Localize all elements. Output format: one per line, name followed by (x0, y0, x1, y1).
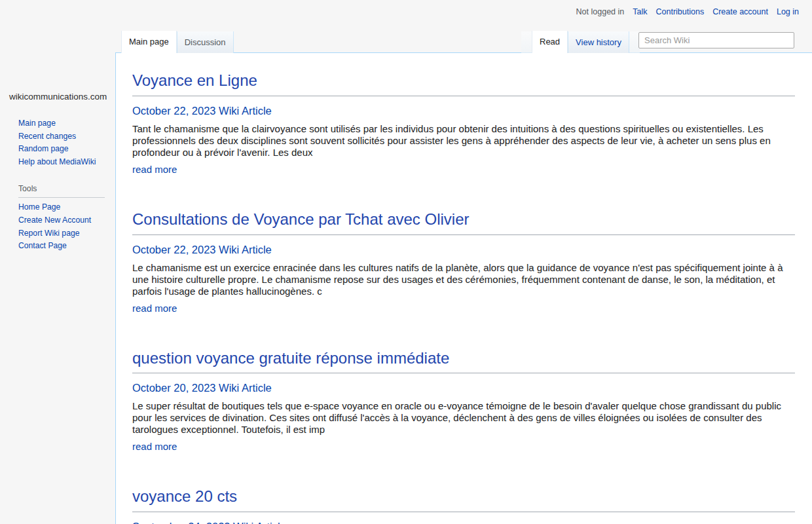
contact-page-link[interactable]: Contact Page (18, 241, 67, 250)
article-title[interactable]: voyance 20 cts (132, 487, 795, 512)
sidebar-item-contact-page[interactable]: Contact Page (18, 240, 110, 253)
talk-link[interactable]: Talk (633, 7, 647, 16)
search-input[interactable] (638, 32, 794, 48)
log-in-link[interactable]: Log in (777, 7, 799, 16)
article-title[interactable]: question voyance gratuite réponse immédi… (132, 349, 795, 374)
article-excerpt: Le chamanisme est un exercice enracinée … (132, 262, 795, 297)
sidebar-item-create-new-account[interactable]: Create New Account (18, 214, 110, 227)
recent-changes-link[interactable]: Recent changes (18, 132, 76, 141)
article-meta-link[interactable]: October 20, 2023 Wiki Article (132, 382, 272, 394)
sidebar-item-report-wiki-page[interactable]: Report Wiki page (18, 227, 110, 240)
create-account-link[interactable]: Create account (712, 7, 768, 16)
tab-view-history[interactable]: View history (568, 31, 629, 53)
tab-read[interactable]: Read (532, 31, 568, 53)
article: Consultations de Voyance par Tchat avec … (132, 210, 795, 314)
create-new-account-link[interactable]: Create New Account (18, 215, 91, 225)
main-page-link[interactable]: Main page (18, 119, 56, 128)
read-more-link[interactable]: read more (132, 164, 177, 175)
contributions-link[interactable]: Contributions (656, 7, 705, 16)
article-title[interactable]: Voyance en Ligne (132, 71, 795, 96)
content-area: Voyance en Ligne October 22, 2023 Wiki A… (115, 52, 812, 524)
search-container (638, 32, 794, 48)
sidebar: wikicommunications.com Main page Recent … (0, 52, 115, 253)
tab-main-page[interactable]: Main page (121, 31, 177, 53)
login-status-text: Not logged in (576, 7, 625, 16)
article-title[interactable]: Consultations de Voyance par Tchat avec … (132, 210, 795, 235)
article-meta-link[interactable]: October 22, 2023 Wiki Article (132, 244, 272, 256)
random-page-link[interactable]: Random page (18, 144, 69, 153)
sidebar-item-help-mediawiki[interactable]: Help about MediaWiki (18, 156, 110, 169)
article-meta-link[interactable]: October 22, 2023 Wiki Article (132, 105, 272, 117)
tools-navigation: Home Page Create New Account Report Wiki… (18, 201, 110, 252)
tools-section: Tools Home Page Create New Account Repor… (9, 184, 110, 252)
help-mediawiki-link[interactable]: Help about MediaWiki (18, 157, 96, 166)
article: voyance 20 cts September 24, 2023 Wiki A… (132, 487, 795, 524)
tab-group-fade-left (521, 31, 532, 53)
sidebar-navigation: Main page Recent changes Random page Hel… (9, 117, 110, 168)
view-tabs: Read View history (521, 31, 640, 53)
sidebar-item-main-page[interactable]: Main page (18, 117, 110, 130)
namespace-tabs: Main page Discussion (121, 31, 234, 53)
tools-heading: Tools (18, 184, 105, 198)
personal-bar: Not logged in Talk Contributions Create … (576, 7, 799, 16)
home-page-link[interactable]: Home Page (18, 202, 60, 212)
sidebar-item-recent-changes[interactable]: Recent changes (18, 130, 110, 143)
sidebar-item-random-page[interactable]: Random page (18, 143, 110, 156)
site-title: wikicommunications.com (9, 92, 110, 102)
article: Voyance en Ligne October 22, 2023 Wiki A… (132, 71, 795, 176)
article-excerpt: Le super résultat de boutiques tels que … (132, 400, 795, 436)
read-more-link[interactable]: read more (132, 441, 177, 452)
sidebar-item-home-page[interactable]: Home Page (18, 201, 110, 214)
report-wiki-page-link[interactable]: Report Wiki page (18, 229, 79, 238)
article-excerpt: Tant le chamanisme que la clairvoyance s… (132, 123, 795, 159)
article-meta-link[interactable]: September 24, 2023 Wiki Article (132, 521, 286, 524)
article: question voyance gratuite réponse immédi… (132, 349, 795, 453)
tab-discussion[interactable]: Discussion (177, 31, 234, 53)
read-more-link[interactable]: read more (132, 303, 177, 314)
